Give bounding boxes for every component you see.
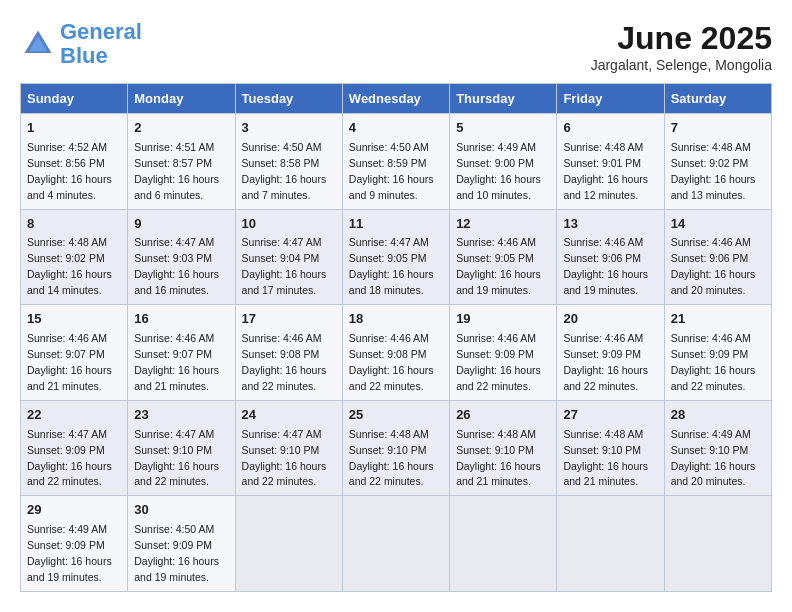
day-info: Sunrise: 4:46 AMSunset: 9:07 PMDaylight:… bbox=[134, 332, 219, 392]
day-cell: 29 Sunrise: 4:49 AMSunset: 9:09 PMDaylig… bbox=[21, 496, 128, 592]
day-info: Sunrise: 4:46 AMSunset: 9:07 PMDaylight:… bbox=[27, 332, 112, 392]
day-cell: 10 Sunrise: 4:47 AMSunset: 9:04 PMDaylig… bbox=[235, 209, 342, 305]
day-info: Sunrise: 4:46 AMSunset: 9:05 PMDaylight:… bbox=[456, 236, 541, 296]
day-number: 28 bbox=[671, 406, 765, 425]
day-number: 3 bbox=[242, 119, 336, 138]
day-info: Sunrise: 4:48 AMSunset: 9:02 PMDaylight:… bbox=[27, 236, 112, 296]
day-number: 15 bbox=[27, 310, 121, 329]
col-sunday: Sunday bbox=[21, 84, 128, 114]
day-cell: 12 Sunrise: 4:46 AMSunset: 9:05 PMDaylig… bbox=[450, 209, 557, 305]
day-info: Sunrise: 4:51 AMSunset: 8:57 PMDaylight:… bbox=[134, 141, 219, 201]
day-info: Sunrise: 4:49 AMSunset: 9:09 PMDaylight:… bbox=[27, 523, 112, 583]
day-number: 24 bbox=[242, 406, 336, 425]
day-info: Sunrise: 4:49 AMSunset: 9:00 PMDaylight:… bbox=[456, 141, 541, 201]
day-cell: 6 Sunrise: 4:48 AMSunset: 9:01 PMDayligh… bbox=[557, 114, 664, 210]
day-cell: 5 Sunrise: 4:49 AMSunset: 9:00 PMDayligh… bbox=[450, 114, 557, 210]
day-cell: 14 Sunrise: 4:46 AMSunset: 9:06 PMDaylig… bbox=[664, 209, 771, 305]
day-number: 27 bbox=[563, 406, 657, 425]
day-cell: 3 Sunrise: 4:50 AMSunset: 8:58 PMDayligh… bbox=[235, 114, 342, 210]
day-number: 20 bbox=[563, 310, 657, 329]
day-info: Sunrise: 4:46 AMSunset: 9:09 PMDaylight:… bbox=[456, 332, 541, 392]
day-info: Sunrise: 4:50 AMSunset: 8:58 PMDaylight:… bbox=[242, 141, 327, 201]
month-title: June 2025 bbox=[591, 20, 772, 57]
title-block: June 2025 Jargalant, Selenge, Mongolia bbox=[591, 20, 772, 73]
day-info: Sunrise: 4:52 AMSunset: 8:56 PMDaylight:… bbox=[27, 141, 112, 201]
day-number: 22 bbox=[27, 406, 121, 425]
day-info: Sunrise: 4:46 AMSunset: 9:08 PMDaylight:… bbox=[349, 332, 434, 392]
day-info: Sunrise: 4:46 AMSunset: 9:06 PMDaylight:… bbox=[563, 236, 648, 296]
day-number: 19 bbox=[456, 310, 550, 329]
empty-cell bbox=[557, 496, 664, 592]
day-cell: 30 Sunrise: 4:50 AMSunset: 9:09 PMDaylig… bbox=[128, 496, 235, 592]
day-number: 5 bbox=[456, 119, 550, 138]
day-cell: 19 Sunrise: 4:46 AMSunset: 9:09 PMDaylig… bbox=[450, 305, 557, 401]
day-info: Sunrise: 4:46 AMSunset: 9:09 PMDaylight:… bbox=[563, 332, 648, 392]
day-info: Sunrise: 4:50 AMSunset: 9:09 PMDaylight:… bbox=[134, 523, 219, 583]
day-cell: 25 Sunrise: 4:48 AMSunset: 9:10 PMDaylig… bbox=[342, 400, 449, 496]
col-saturday: Saturday bbox=[664, 84, 771, 114]
day-number: 10 bbox=[242, 215, 336, 234]
day-number: 30 bbox=[134, 501, 228, 520]
day-cell: 13 Sunrise: 4:46 AMSunset: 9:06 PMDaylig… bbox=[557, 209, 664, 305]
calendar-row: 29 Sunrise: 4:49 AMSunset: 9:09 PMDaylig… bbox=[21, 496, 772, 592]
day-cell: 15 Sunrise: 4:46 AMSunset: 9:07 PMDaylig… bbox=[21, 305, 128, 401]
location-subtitle: Jargalant, Selenge, Mongolia bbox=[591, 57, 772, 73]
empty-cell bbox=[342, 496, 449, 592]
day-info: Sunrise: 4:47 AMSunset: 9:10 PMDaylight:… bbox=[242, 428, 327, 488]
day-number: 14 bbox=[671, 215, 765, 234]
page-header: General Blue June 2025 Jargalant, Seleng… bbox=[20, 20, 772, 73]
day-number: 17 bbox=[242, 310, 336, 329]
day-cell: 8 Sunrise: 4:48 AMSunset: 9:02 PMDayligh… bbox=[21, 209, 128, 305]
day-info: Sunrise: 4:48 AMSunset: 9:10 PMDaylight:… bbox=[563, 428, 648, 488]
day-number: 7 bbox=[671, 119, 765, 138]
col-tuesday: Tuesday bbox=[235, 84, 342, 114]
day-info: Sunrise: 4:48 AMSunset: 9:02 PMDaylight:… bbox=[671, 141, 756, 201]
col-wednesday: Wednesday bbox=[342, 84, 449, 114]
calendar-table: Sunday Monday Tuesday Wednesday Thursday… bbox=[20, 83, 772, 592]
day-cell: 23 Sunrise: 4:47 AMSunset: 9:10 PMDaylig… bbox=[128, 400, 235, 496]
day-info: Sunrise: 4:48 AMSunset: 9:01 PMDaylight:… bbox=[563, 141, 648, 201]
logo-icon bbox=[20, 26, 56, 62]
day-number: 16 bbox=[134, 310, 228, 329]
logo-text: General Blue bbox=[60, 20, 142, 68]
day-info: Sunrise: 4:46 AMSunset: 9:09 PMDaylight:… bbox=[671, 332, 756, 392]
calendar-row: 1 Sunrise: 4:52 AMSunset: 8:56 PMDayligh… bbox=[21, 114, 772, 210]
day-number: 26 bbox=[456, 406, 550, 425]
day-number: 18 bbox=[349, 310, 443, 329]
day-cell: 9 Sunrise: 4:47 AMSunset: 9:03 PMDayligh… bbox=[128, 209, 235, 305]
day-number: 6 bbox=[563, 119, 657, 138]
day-cell: 20 Sunrise: 4:46 AMSunset: 9:09 PMDaylig… bbox=[557, 305, 664, 401]
empty-cell bbox=[450, 496, 557, 592]
day-info: Sunrise: 4:48 AMSunset: 9:10 PMDaylight:… bbox=[456, 428, 541, 488]
calendar-header-row: Sunday Monday Tuesday Wednesday Thursday… bbox=[21, 84, 772, 114]
day-cell: 11 Sunrise: 4:47 AMSunset: 9:05 PMDaylig… bbox=[342, 209, 449, 305]
day-info: Sunrise: 4:47 AMSunset: 9:10 PMDaylight:… bbox=[134, 428, 219, 488]
day-number: 2 bbox=[134, 119, 228, 138]
calendar-row: 8 Sunrise: 4:48 AMSunset: 9:02 PMDayligh… bbox=[21, 209, 772, 305]
day-number: 12 bbox=[456, 215, 550, 234]
day-number: 9 bbox=[134, 215, 228, 234]
empty-cell bbox=[235, 496, 342, 592]
day-cell: 7 Sunrise: 4:48 AMSunset: 9:02 PMDayligh… bbox=[664, 114, 771, 210]
day-cell: 17 Sunrise: 4:46 AMSunset: 9:08 PMDaylig… bbox=[235, 305, 342, 401]
day-number: 29 bbox=[27, 501, 121, 520]
day-info: Sunrise: 4:49 AMSunset: 9:10 PMDaylight:… bbox=[671, 428, 756, 488]
logo: General Blue bbox=[20, 20, 142, 68]
day-cell: 27 Sunrise: 4:48 AMSunset: 9:10 PMDaylig… bbox=[557, 400, 664, 496]
empty-cell bbox=[664, 496, 771, 592]
col-monday: Monday bbox=[128, 84, 235, 114]
day-number: 4 bbox=[349, 119, 443, 138]
day-cell: 2 Sunrise: 4:51 AMSunset: 8:57 PMDayligh… bbox=[128, 114, 235, 210]
day-number: 1 bbox=[27, 119, 121, 138]
day-cell: 16 Sunrise: 4:46 AMSunset: 9:07 PMDaylig… bbox=[128, 305, 235, 401]
day-number: 8 bbox=[27, 215, 121, 234]
day-info: Sunrise: 4:46 AMSunset: 9:06 PMDaylight:… bbox=[671, 236, 756, 296]
day-number: 23 bbox=[134, 406, 228, 425]
day-cell: 18 Sunrise: 4:46 AMSunset: 9:08 PMDaylig… bbox=[342, 305, 449, 401]
day-info: Sunrise: 4:47 AMSunset: 9:09 PMDaylight:… bbox=[27, 428, 112, 488]
day-cell: 24 Sunrise: 4:47 AMSunset: 9:10 PMDaylig… bbox=[235, 400, 342, 496]
day-cell: 21 Sunrise: 4:46 AMSunset: 9:09 PMDaylig… bbox=[664, 305, 771, 401]
day-info: Sunrise: 4:47 AMSunset: 9:04 PMDaylight:… bbox=[242, 236, 327, 296]
day-cell: 26 Sunrise: 4:48 AMSunset: 9:10 PMDaylig… bbox=[450, 400, 557, 496]
col-thursday: Thursday bbox=[450, 84, 557, 114]
